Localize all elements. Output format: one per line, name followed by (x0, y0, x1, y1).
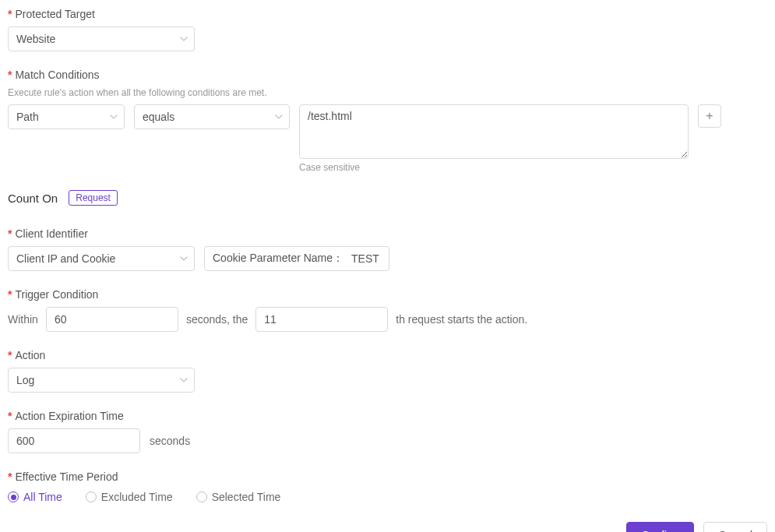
action-label: * Action (8, 349, 767, 361)
trigger-seconds-input[interactable] (46, 307, 178, 332)
match-operator-select[interactable]: equals (134, 104, 290, 129)
trigger-seconds-text: seconds, the (186, 313, 248, 326)
cancel-button-label: Cancel (718, 529, 752, 532)
client-identifier-value: Client IP and Cookie (16, 252, 115, 265)
cancel-button[interactable]: Cancel (703, 522, 767, 532)
radio-selected-time[interactable]: Selected Time (196, 491, 281, 503)
action-expiration-unit: seconds (150, 435, 190, 447)
radio-circle-icon (196, 491, 207, 502)
effective-time-label: * Effective Time Period (8, 470, 767, 483)
radio-excluded-time[interactable]: Excluded Time (86, 491, 173, 503)
radio-circle-icon (86, 491, 97, 502)
action-select[interactable]: Log (8, 368, 195, 393)
match-field-select[interactable]: Path (8, 104, 125, 129)
cookie-parameter-group: Cookie Parameter Name： (204, 246, 389, 271)
match-conditions-label: * Match Conditions (8, 69, 767, 81)
plus-icon: + (706, 109, 713, 123)
radio-all-time[interactable]: All Time (8, 491, 62, 503)
count-on-tag[interactable]: Request (69, 190, 118, 206)
match-operator-value: equals (143, 111, 174, 123)
cookie-param-label: Cookie Parameter Name： (213, 252, 343, 266)
protected-target-select[interactable]: Website (8, 26, 195, 51)
client-identifier-select[interactable]: Client IP and Cookie (8, 246, 195, 271)
client-identifier-label: * Client Identifier (8, 227, 767, 240)
protected-target-value: Website (16, 33, 55, 45)
action-expiration-input[interactable] (8, 428, 140, 453)
trigger-condition-label: * Trigger Condition (8, 288, 767, 301)
protected-target-label: * Protected Target (8, 8, 767, 20)
chevron-down-icon (180, 37, 188, 41)
case-sensitive-note: Case sensitive (299, 162, 689, 173)
match-field-value: Path (16, 111, 39, 123)
radio-selected-time-label: Selected Time (212, 491, 281, 503)
chevron-down-icon (180, 256, 188, 261)
action-value: Log (16, 374, 34, 386)
action-expiration-label: * Action Expiration Time (8, 410, 767, 422)
add-condition-button[interactable]: + (698, 104, 721, 128)
count-on-label: Count On (8, 192, 58, 205)
radio-excluded-time-label: Excluded Time (101, 491, 173, 503)
match-conditions-hint: Execute rule's action when all the follo… (8, 87, 767, 98)
chevron-down-icon (110, 115, 118, 119)
trigger-count-input[interactable] (255, 307, 388, 332)
radio-circle-icon (8, 491, 19, 502)
match-value-input[interactable] (299, 104, 689, 159)
trigger-within-text: Within (8, 313, 38, 326)
radio-all-time-label: All Time (23, 491, 62, 503)
confirm-button-label: Confirm (641, 529, 679, 532)
trigger-suffix-text: th request starts the action. (396, 313, 527, 326)
chevron-down-icon (180, 378, 188, 382)
confirm-button[interactable]: Confirm (626, 522, 694, 532)
cookie-param-input[interactable] (350, 252, 381, 266)
chevron-down-icon (275, 115, 283, 119)
